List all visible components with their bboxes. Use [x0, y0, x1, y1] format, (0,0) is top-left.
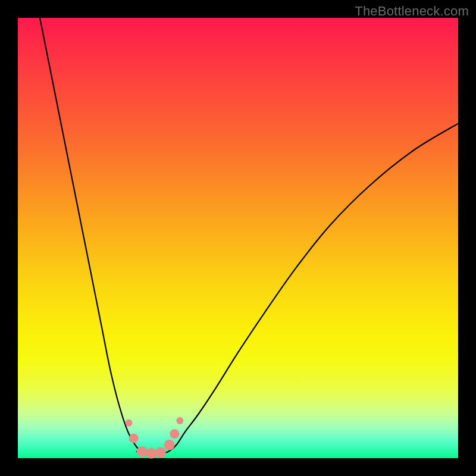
- left-curve: [40, 18, 163, 454]
- floor-bead-1: [137, 446, 148, 457]
- right-bead-lower: [164, 440, 175, 450]
- floor-bead-3: [155, 447, 166, 458]
- left-bead-lower: [129, 434, 139, 443]
- left-bead-upper: [125, 419, 132, 427]
- floor-bead-2: [146, 448, 156, 459]
- right-curve: [163, 124, 458, 453]
- right-bead-upper: [176, 417, 183, 424]
- chart-frame: TheBottleneck.com: [0, 0, 476, 476]
- curves-layer: [18, 18, 458, 458]
- bead-group: [125, 417, 183, 459]
- right-bead-mid: [170, 429, 179, 439]
- watermark-text: TheBottleneck.com: [355, 4, 469, 19]
